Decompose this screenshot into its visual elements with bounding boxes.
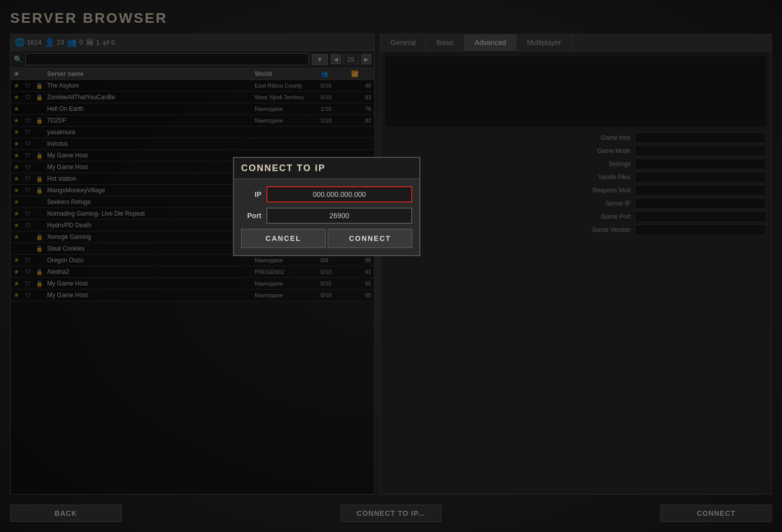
server-row[interactable]: ★ 🛡 Invictus (11, 138, 374, 150)
content-area: 🌐 1614 👤 23 👥 0 🏛 1 ⇄ 0 (10, 34, 772, 495)
info-label: Game time (580, 134, 631, 141)
server-row[interactable]: ★ 🛡 🔒 7D2DF Navezgane 2/10 82 (11, 115, 374, 127)
star-icon: ★ (14, 268, 25, 275)
info-label: Server IP (580, 200, 631, 207)
star-icon: ★ (14, 140, 25, 147)
modal-port-row: Port (241, 208, 412, 224)
lock-icon: 🔒 (36, 187, 47, 194)
filter-owned[interactable]: 🏛 1 (86, 38, 100, 47)
server-name: Oregon Oozu (47, 257, 255, 264)
server-list: ★ 🛡 🔒 The Asylum East Ribicu County 0/10… (11, 80, 374, 494)
tab-advanced[interactable]: Advanced (464, 34, 517, 51)
lock-icon: 🔒 (36, 152, 47, 159)
shield-icon: 🛡 (25, 187, 36, 193)
star-icon: ★ (14, 210, 25, 217)
server-row[interactable]: ★ 🛡 My Game Host Navezgane 0/10 65 (11, 290, 374, 301)
modal-connect-button[interactable]: CONNECT (328, 229, 412, 248)
server-row[interactable]: ★ 🛡 yasaimura (11, 127, 374, 138)
server-row[interactable]: ★ 🛡 🔒 The Asylum East Ribicu County 0/10… (11, 80, 374, 92)
shield-icon: 🛡 (25, 94, 36, 100)
shield-icon: 🛡 (25, 292, 36, 298)
tab-multiplayer[interactable]: Multiplayer (517, 34, 572, 51)
info-row-server-ip: Server IP (385, 198, 766, 209)
server-ping: 93 (351, 94, 371, 100)
star-icon: ★ (14, 117, 25, 124)
back-button[interactable]: BACK (10, 505, 122, 522)
info-row-game-mode: Game Mode (385, 145, 766, 156)
connect-to-ip-modal: CONNECT TO IP IP Port CANCEL CONNECT (233, 157, 420, 256)
prev-page-button[interactable]: ◀ (331, 54, 341, 64)
modal-port-input[interactable] (266, 208, 412, 224)
info-value (635, 132, 766, 143)
server-row[interactable]: ★ Hell On Earth Navezgane 1/10 78 (11, 103, 374, 115)
tab-general[interactable]: General (380, 34, 426, 51)
star-icon: ★ (14, 94, 25, 101)
server-name: Steal Cookies (47, 245, 255, 252)
server-world: East Ribicu County (255, 83, 321, 89)
filter-players[interactable]: 👤 23 (45, 37, 64, 47)
server-world: Navezgane (255, 292, 321, 298)
filter-button[interactable]: ▼ (312, 54, 328, 65)
info-row-game-version: Game Version (385, 224, 766, 235)
server-name: yasaimura (47, 129, 255, 136)
modal-title: CONNECT TO IP (234, 158, 419, 179)
page-nav: ◀ 25 ▶ (331, 54, 371, 64)
server-name: My Game Host (47, 163, 255, 171)
friends-icon: 👥 (67, 37, 77, 47)
info-row-game-time: Game time (385, 132, 766, 143)
server-row[interactable]: ★ 🛡 Oregon Oozu Navezgane 0/6 96 (11, 255, 374, 266)
star-icon: ★ (14, 257, 25, 264)
filter-friends[interactable]: 👥 0 (67, 37, 83, 47)
server-ping: 65 (351, 292, 371, 298)
col-world: World (255, 70, 321, 77)
server-name: Aledria2 (47, 268, 255, 275)
server-list-header: ★ Server name World 👥 📶 (11, 68, 374, 80)
server-name: The Asylum (47, 82, 255, 89)
server-name: Hydro/PD Death (47, 222, 255, 229)
server-name: My Game Host (47, 280, 255, 287)
lock-icon: 🔒 (36, 269, 47, 275)
star-icon: ★ (14, 292, 25, 299)
owned-count: 1 (96, 38, 100, 46)
shield-icon: 🛡 (25, 257, 36, 263)
lock-icon: 🔒 (36, 94, 47, 101)
modal-cancel-button[interactable]: CANCEL (241, 229, 326, 248)
tab-basic[interactable]: Basic (426, 34, 464, 51)
filter-history[interactable]: ⇄ 0 (103, 37, 115, 47)
shield-icon: 🛡 (25, 211, 36, 217)
friends-count: 0 (79, 38, 83, 46)
modal-ip-input[interactable] (266, 186, 412, 202)
star-icon: ★ (14, 280, 25, 287)
server-row[interactable]: ★ 🛡 🔒 ZombieAllThatYouCanBe West Yijodi … (11, 92, 374, 103)
globe-icon: 🌐 (15, 37, 25, 47)
info-label: Vanilla Files (580, 174, 631, 181)
col-ping: 📶 (351, 70, 371, 77)
connect-to-ip-button[interactable]: CONNECT TO IP... (341, 505, 441, 522)
server-ping: 82 (351, 117, 371, 124)
filter-all-servers[interactable]: 🌐 1614 (15, 37, 42, 47)
search-input[interactable] (25, 53, 309, 65)
next-page-button[interactable]: ▶ (361, 54, 371, 64)
shield-icon: 🛡 (25, 280, 36, 287)
col-star: ★ (14, 70, 25, 77)
shield-icon: 🛡 (25, 222, 36, 228)
star-icon: ★ (14, 163, 25, 171)
shield-icon: 🛡 (25, 152, 36, 158)
lock-icon: 🔒 (36, 83, 47, 89)
server-world: West Yijodi Territory (255, 94, 321, 100)
col-name[interactable]: Server name (47, 70, 255, 77)
server-name: Nomading Gaming- Live Die Repeat (47, 210, 255, 217)
server-row[interactable]: ★ 🛡 🔒 Aledria2 PREGEN02 0/10 61 (11, 266, 374, 278)
right-panel: GeneralBasicAdvancedMultiplayer Game tim… (380, 34, 772, 495)
page-title: SERVER BROWSER (10, 10, 772, 26)
server-row[interactable]: ★ 🛡 🔒 My Game Host Navezgane 0/10 65 (11, 278, 374, 290)
server-players: 0/10 (321, 292, 351, 298)
connect-button[interactable]: CONNECT (660, 505, 772, 522)
star-icon: ★ (14, 175, 25, 182)
left-panel: 🌐 1614 👤 23 👥 0 🏛 1 ⇄ 0 (10, 34, 375, 495)
search-row: 🔍 ▼ ◀ 25 ▶ (11, 51, 374, 68)
main-container: SERVER BROWSER 🌐 1614 👤 23 👥 0 (0, 0, 782, 532)
history-count: 0 (111, 38, 115, 46)
modal-buttons: CANCEL CONNECT (241, 229, 412, 248)
search-icon: 🔍 (14, 55, 22, 63)
